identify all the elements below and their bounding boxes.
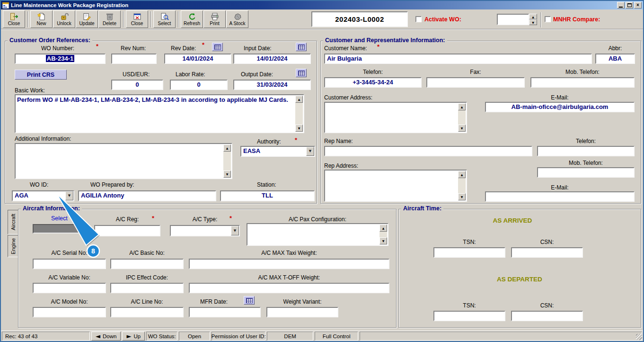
- ac-model-no-input[interactable]: [33, 307, 106, 317]
- tab-aircraft[interactable]: Aircraft: [8, 210, 18, 234]
- labor-rate-input[interactable]: 0: [170, 80, 228, 90]
- rev-date-label: Rev Date:: [171, 45, 196, 52]
- activate-wo-label: Activate WO:: [424, 16, 461, 23]
- tab-engine[interactable]: Engine: [8, 235, 18, 257]
- wo-id-dropdown[interactable]: AGA ▼: [12, 190, 74, 201]
- ac-type-dropdown[interactable]: ▼: [170, 225, 240, 236]
- scrollbar[interactable]: ▲ ▼: [295, 96, 303, 132]
- additional-info-textarea[interactable]: ▲ ▼: [15, 143, 232, 179]
- rev-date-calendar-button[interactable]: [212, 43, 223, 51]
- departed-tsn-input[interactable]: [433, 311, 505, 321]
- ac-basic-no-input[interactable]: [110, 259, 184, 269]
- rep-email-input[interactable]: [485, 191, 635, 202]
- spinner-up-icon[interactable]: ▲: [529, 14, 537, 19]
- mob-telefon-input[interactable]: [530, 77, 635, 88]
- maximize-button[interactable]: [626, 2, 633, 9]
- mnhr-compare-label: MNHR Compare:: [553, 16, 600, 23]
- basic-work-textarea[interactable]: Perform WO # LM-AB-234-1, LM-AB-234-2, L…: [15, 94, 304, 133]
- rep-mob-telefon-input[interactable]: [537, 167, 635, 178]
- usd-eur-input[interactable]: 0: [111, 80, 163, 90]
- rep-address-textarea[interactable]: ▲ ▼: [324, 170, 467, 202]
- input-date-input[interactable]: 14/01/2024: [233, 54, 311, 64]
- scrollbar[interactable]: ▲ ▼: [379, 225, 387, 244]
- weight-variant-label: Weight Variant:: [266, 298, 338, 305]
- scroll-down-icon[interactable]: ▼: [458, 125, 466, 132]
- rep-name-input[interactable]: [324, 146, 532, 156]
- arrived-tsn-input[interactable]: [433, 247, 505, 258]
- up-button[interactable]: ► Up: [122, 332, 145, 341]
- telefon-input[interactable]: +3-3445-34-24: [324, 77, 422, 88]
- arrived-csn-input[interactable]: [511, 247, 583, 258]
- toolbar-button-unlock[interactable]: Unlock: [53, 10, 75, 28]
- ipc-effect-code-input[interactable]: [110, 283, 184, 293]
- scroll-up-icon[interactable]: ▲: [458, 171, 466, 178]
- ac-pax-config-textarea[interactable]: ▲ ▼: [247, 223, 388, 246]
- minimize-button[interactable]: [617, 2, 625, 9]
- ac-max-toff-weight-input[interactable]: [189, 283, 389, 293]
- scroll-up-icon[interactable]: ▲: [379, 225, 387, 232]
- departed-csn-input[interactable]: [511, 311, 583, 321]
- toolbar-button-close[interactable]: Close: [3, 10, 25, 28]
- toolbar-button-delete[interactable]: Delete: [98, 10, 121, 28]
- scrollbar[interactable]: ▲ ▼: [458, 103, 466, 132]
- ac-max-taxi-weight-input[interactable]: [189, 259, 389, 269]
- refresh-icon: [188, 12, 196, 20]
- mfr-date-calendar-button[interactable]: [244, 296, 255, 305]
- customer-name-input[interactable]: Air Bulgaria: [324, 54, 592, 64]
- scroll-down-icon[interactable]: ▼: [295, 125, 303, 132]
- scrollbar[interactable]: ▲ ▼: [458, 171, 466, 200]
- close-window-icon: [133, 12, 141, 20]
- activate-wo-spinner-input[interactable]: [497, 14, 529, 25]
- scrollbar[interactable]: ▲ ▼: [223, 144, 231, 178]
- chevron-down-icon[interactable]: ▼: [306, 147, 314, 156]
- usd-eur-label: USD/EUR:: [123, 71, 150, 78]
- station-input[interactable]: TLL: [220, 190, 315, 201]
- rep-address-label: Rep Address:: [324, 162, 358, 169]
- rev-num-input[interactable]: [111, 54, 157, 64]
- input-date-calendar-button[interactable]: [296, 43, 307, 51]
- scroll-down-icon[interactable]: ▼: [223, 171, 231, 178]
- down-button[interactable]: ◄ Down: [91, 332, 121, 341]
- resize-grip-icon[interactable]: [636, 334, 642, 340]
- toolbar-button-a-stock[interactable]: A Stock: [226, 10, 248, 28]
- spinner-down-icon[interactable]: ▼: [529, 19, 537, 25]
- print-crs-button[interactable]: Print CRS: [15, 70, 67, 80]
- fax-input[interactable]: [426, 77, 525, 88]
- rep-telefon-input[interactable]: [537, 146, 635, 156]
- group-title: Aircraft Time:: [401, 205, 443, 212]
- mnhr-compare-checkbox[interactable]: [545, 16, 551, 22]
- scroll-down-icon[interactable]: ▼: [379, 237, 387, 244]
- toolbar-button-refresh[interactable]: Refresh: [181, 10, 203, 28]
- scroll-up-icon[interactable]: ▲: [458, 103, 466, 110]
- authority-dropdown[interactable]: EASA ▼: [240, 146, 315, 157]
- output-date-calendar-button[interactable]: [296, 69, 307, 77]
- mob-telefon-label: Mob. Telefon:: [530, 69, 635, 75]
- wo-prepared-by-input[interactable]: AGILIA Antony: [78, 190, 216, 201]
- scroll-up-icon[interactable]: ▲: [295, 96, 303, 103]
- email-input[interactable]: AB-main-oficce@airbulgaria.com: [485, 102, 635, 112]
- chevron-down-icon[interactable]: ▼: [231, 226, 239, 235]
- scroll-down-icon[interactable]: ▼: [458, 193, 466, 200]
- ac-line-no-input[interactable]: [110, 307, 184, 317]
- rep-telefon-label: Telefon:: [537, 138, 635, 144]
- toolbar-button-new[interactable]: New: [30, 10, 53, 28]
- ac-variable-no-input[interactable]: [33, 283, 106, 293]
- ac-serial-no-input[interactable]: [33, 259, 106, 269]
- scroll-up-icon[interactable]: ▲: [223, 144, 231, 152]
- abbr-input[interactable]: ABA: [595, 54, 635, 64]
- activate-wo-checkbox[interactable]: [415, 16, 422, 22]
- toolbar-button-close-window[interactable]: Close: [126, 10, 148, 28]
- output-date-input[interactable]: 31/03/2024: [233, 80, 311, 90]
- weight-variant-input[interactable]: [266, 307, 338, 317]
- toolbar-button-select[interactable]: Select: [153, 10, 176, 28]
- toolbar-button-update[interactable]: Update: [76, 10, 98, 28]
- mfr-date-input[interactable]: [189, 307, 261, 317]
- close-button[interactable]: ×: [634, 2, 642, 9]
- ac-reg-input[interactable]: [94, 225, 160, 236]
- chevron-down-icon[interactable]: ▼: [65, 191, 73, 200]
- toolbar-button-print[interactable]: Print: [203, 10, 226, 28]
- customer-address-textarea[interactable]: ▲ ▼: [324, 102, 467, 133]
- select-aircraft-link[interactable]: Select: [51, 215, 68, 222]
- wo-number-input[interactable]: AB-234-1: [15, 54, 106, 64]
- rev-date-input[interactable]: 14/01/2024: [164, 54, 231, 64]
